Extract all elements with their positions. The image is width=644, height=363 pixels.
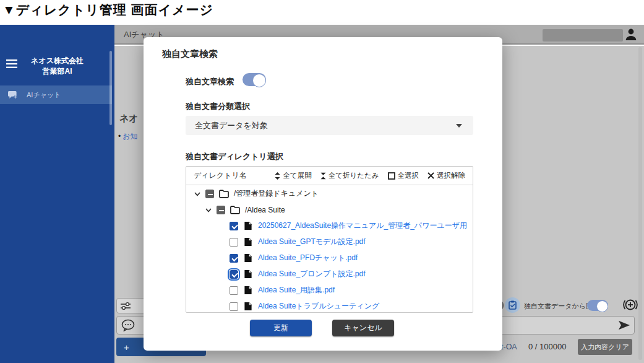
clipboard-check-icon	[509, 300, 517, 310]
collapse-all-button[interactable]: 全て折りたたみ	[320, 171, 379, 180]
directory-select-label: 独自文書ディレクトリ選択	[186, 151, 283, 162]
tree-header: ディレクトリ名 全て展開 全て折りたたみ 全選択	[186, 167, 473, 185]
sliders-icon	[121, 302, 131, 310]
main-scrollbar[interactable]	[638, 47, 642, 360]
file-icon	[243, 237, 253, 247]
sidebar-scrollbar[interactable]	[109, 51, 112, 125]
search-input[interactable]	[543, 29, 623, 42]
tree-node-label[interactable]: Aldea Suite_用語集.pdf	[258, 285, 335, 295]
bullet: •	[118, 132, 121, 141]
tree-node-label[interactable]: /Aldea Suite	[245, 206, 285, 214]
tree-row[interactable]: Aldea Suite_PFDチャット.pdf	[186, 250, 473, 266]
checkbox[interactable]	[205, 190, 214, 198]
chevron-down-icon[interactable]	[205, 206, 212, 214]
file-icon	[243, 269, 253, 279]
chat-settings-button[interactable]	[116, 298, 146, 313]
update-button[interactable]: 更新	[250, 320, 312, 336]
document-answer-icon[interactable]	[505, 297, 520, 313]
checkbox[interactable]	[230, 286, 238, 295]
tree-row[interactable]: Aldea Suite_プロンプト設定.pdf	[186, 266, 473, 282]
chat-plus-icon	[8, 90, 18, 99]
checkbox[interactable]	[217, 206, 225, 214]
target-plus-icon[interactable]	[622, 297, 638, 313]
checkbox[interactable]	[230, 254, 238, 263]
file-icon	[243, 302, 253, 311]
sidebar-item-label: AIチャット	[27, 90, 61, 100]
tree-row[interactable]: Aldea Suite_用語集.pdf	[186, 282, 473, 298]
cancel-button[interactable]: キャンセル	[332, 320, 394, 336]
custom-search-toggle[interactable]	[243, 73, 266, 86]
file-icon	[243, 286, 253, 295]
directory-tree: ディレクトリ名 全て展開 全て折りたたみ 全選択	[186, 166, 473, 313]
tree-node-label[interactable]: Aldea Suite_GPTモデル設定.pdf	[258, 237, 366, 247]
file-icon	[243, 221, 253, 230]
answer-toggle[interactable]	[587, 300, 608, 311]
category-select-value: 全文書データを対象	[195, 120, 268, 131]
checkbox[interactable]	[230, 270, 238, 279]
tree-node-label[interactable]: 20250627_AldeaSuite操作マニュアル_管理者_パワーユーザ用	[258, 221, 467, 231]
tree-node-label[interactable]: /管理者登録ドキュメント	[234, 188, 319, 199]
deselect-all-button[interactable]: 選択解除	[427, 171, 465, 180]
tree-row[interactable]: /管理者登録ドキュメント	[186, 186, 473, 201]
greeting-text: ネオ	[119, 113, 139, 125]
folder-icon	[230, 205, 240, 214]
checkbox[interactable]	[230, 222, 238, 230]
character-count: 0 / 100000	[528, 342, 566, 351]
checkbox[interactable]	[230, 238, 238, 247]
expand-all-icon	[275, 172, 280, 180]
model-name-text: t-OA	[501, 343, 517, 351]
tree-row[interactable]: Aldea Suiteトラブルシューティング	[186, 299, 473, 313]
folder-icon	[219, 189, 229, 198]
custom-document-search-modal: 独自文章検索 独自文章検索 独自文書分類選択 全文書データを対象 独自文書ディレ…	[144, 37, 502, 351]
tree-node-label[interactable]: Aldea Suiteトラブルシューティング	[258, 301, 379, 312]
category-select[interactable]: 全文書データを対象	[186, 116, 473, 135]
clear-input-button[interactable]: 入力内容クリア	[578, 339, 632, 355]
tree-row[interactable]: /Aldea Suite	[186, 202, 473, 217]
select-all-button[interactable]: 全選択	[388, 171, 419, 180]
deselect-all-x-icon	[427, 172, 434, 179]
sidebar: ネオス株式会社 営業部AI AIチャット ©2023 Neos Corporat…	[0, 25, 114, 363]
expand-all-button[interactable]: 全て展開	[275, 171, 311, 180]
file-icon	[243, 253, 253, 263]
checkbox[interactable]	[230, 302, 238, 311]
send-icon[interactable]	[618, 319, 630, 331]
page-title: ▼ディレクトリ管理 画面イメージ	[2, 1, 213, 19]
select-all-checkbox-icon	[388, 172, 395, 180]
speech-bubble-icon	[121, 319, 135, 331]
user-account-icon[interactable]	[625, 28, 637, 42]
directory-name-column: ディレクトリ名	[194, 170, 266, 181]
search-toggle-label: 独自文章検索	[186, 76, 234, 87]
tree-row[interactable]: Aldea Suite_GPTモデル設定.pdf	[186, 234, 473, 250]
modal-title: 独自文章検索	[162, 48, 218, 60]
chevron-down-icon	[456, 124, 462, 128]
tree-node-label[interactable]: Aldea Suite_プロンプト設定.pdf	[258, 269, 365, 279]
tree-node-label[interactable]: Aldea Suite_PFDチャット.pdf	[258, 253, 358, 263]
hamburger-menu-icon[interactable]	[6, 59, 17, 68]
tree-row[interactable]: 20250627_AldeaSuite操作マニュアル_管理者_パワーユーザ用	[186, 218, 473, 234]
category-select-label: 独自文書分類選択	[186, 101, 250, 112]
sidebar-item-ai-chat[interactable]: AIチャット	[0, 85, 112, 104]
chevron-down-icon[interactable]	[194, 190, 201, 198]
notice-link[interactable]: •お知	[118, 131, 137, 142]
collapse-all-icon	[320, 172, 326, 180]
